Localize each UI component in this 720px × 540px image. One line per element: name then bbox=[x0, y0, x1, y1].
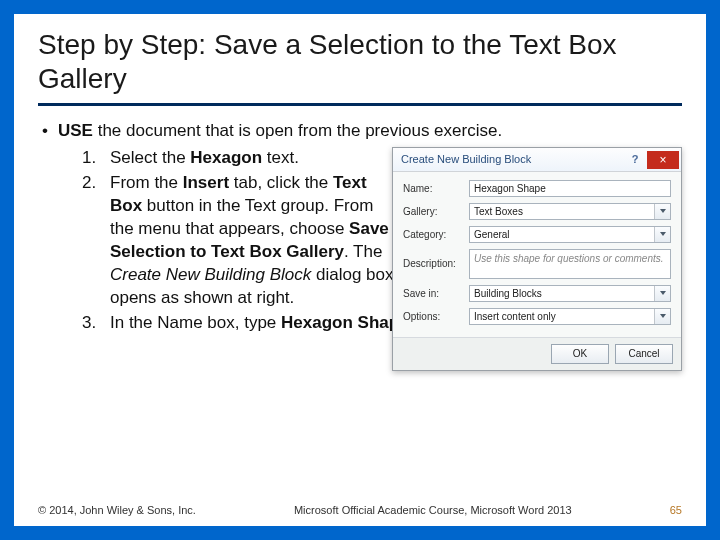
close-icon[interactable]: × bbox=[647, 151, 679, 169]
savein-combo[interactable]: Building Blocks bbox=[469, 285, 671, 302]
lead-bold: USE bbox=[58, 121, 93, 140]
copyright: © 2014, John Wiley & Sons, Inc. bbox=[38, 504, 196, 516]
description-field[interactable]: Use this shape for questions or comments… bbox=[469, 249, 671, 279]
course-name: Microsoft Official Academic Course, Micr… bbox=[196, 504, 670, 516]
cancel-button[interactable]: Cancel bbox=[615, 344, 673, 364]
gallery-label: Gallery: bbox=[403, 205, 463, 219]
chevron-down-icon bbox=[660, 314, 666, 318]
options-label: Options: bbox=[403, 310, 463, 324]
ok-button[interactable]: OK bbox=[551, 344, 609, 364]
help-icon[interactable]: ? bbox=[625, 152, 645, 168]
body-text: USE the document that is open from the p… bbox=[38, 120, 682, 334]
dialog-body: Name: Hexagon Shape Gallery: Text Boxes … bbox=[393, 172, 681, 337]
title-rule bbox=[38, 103, 682, 106]
slide-title: Step by Step: Save a Selection to the Te… bbox=[38, 28, 682, 95]
category-label: Category: bbox=[403, 228, 463, 242]
step-2: From the Insert tab, click the Text Box … bbox=[110, 172, 400, 310]
steps-wrap: Select the Hexagon text. From the Insert… bbox=[38, 147, 682, 335]
gallery-combo[interactable]: Text Boxes bbox=[469, 203, 671, 220]
dialog-footer: OK Cancel bbox=[393, 337, 681, 370]
dialog-titlebar: Create New Building Block ? × bbox=[393, 148, 681, 172]
page-number: 65 bbox=[670, 504, 682, 516]
options-combo[interactable]: Insert content only bbox=[469, 308, 671, 325]
category-combo[interactable]: General bbox=[469, 226, 671, 243]
description-label: Description: bbox=[403, 257, 463, 271]
chevron-down-icon bbox=[660, 232, 666, 236]
lead-line: USE the document that is open from the p… bbox=[38, 120, 682, 143]
chevron-down-icon bbox=[660, 291, 666, 295]
chevron-down-icon bbox=[660, 209, 666, 213]
dialog-title: Create New Building Block bbox=[401, 152, 531, 167]
name-field[interactable]: Hexagon Shape bbox=[469, 180, 671, 197]
lead-rest: the document that is open from the previ… bbox=[93, 121, 502, 140]
create-building-block-dialog: Create New Building Block ? × Name: Hexa… bbox=[392, 147, 682, 371]
slide: Step by Step: Save a Selection to the Te… bbox=[14, 14, 706, 526]
name-label: Name: bbox=[403, 182, 463, 196]
slide-footer: © 2014, John Wiley & Sons, Inc. Microsof… bbox=[38, 504, 682, 516]
savein-label: Save in: bbox=[403, 287, 463, 301]
